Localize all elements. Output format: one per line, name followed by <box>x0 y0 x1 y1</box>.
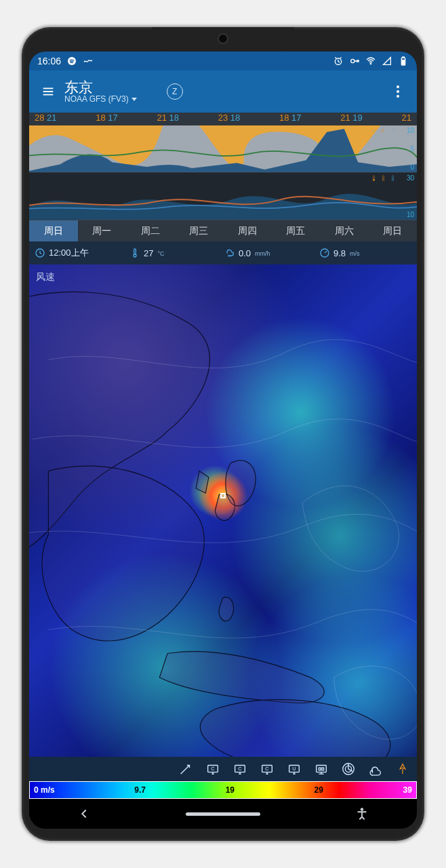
thermometer-icon <box>129 248 140 258</box>
svg-rect-13 <box>392 176 394 180</box>
color-scale: 0 m/s 9.7 19 29 39 <box>29 781 417 799</box>
tab-day-0[interactable]: 周日 <box>29 220 78 241</box>
wind-streamlines <box>29 264 417 757</box>
svg-rect-27 <box>317 766 327 772</box>
svg-text:C: C <box>238 766 242 772</box>
svg-rect-5 <box>403 57 405 58</box>
location-selector[interactable]: 东京 NOAA GFS (FV3) <box>64 79 137 104</box>
scale-label-2: 19 <box>226 785 235 795</box>
chevron-down-icon <box>131 98 137 101</box>
y1-axis: 10 5 0 <box>407 127 414 171</box>
tab-day-2[interactable]: 周二 <box>126 220 175 241</box>
status-bar: 16:06 <box>29 52 417 71</box>
menu-button[interactable] <box>35 78 62 105</box>
svg-rect-11 <box>383 176 384 180</box>
battery-icon <box>398 56 409 66</box>
metric-precip[interactable]: 0.0 mm/h <box>224 248 317 258</box>
model-dropdown[interactable]: NOAA GFS (FV3) <box>64 95 137 104</box>
metric-temp[interactable]: 27 °C <box>129 248 222 258</box>
map-overlay-label: 风速 <box>36 271 55 283</box>
layer-toolbar: C C C U <box>29 757 417 781</box>
svg-rect-9 <box>373 176 375 180</box>
svg-text:U: U <box>292 766 296 772</box>
tab-day-1[interactable]: 周一 <box>78 220 127 241</box>
y2-axis: 30 10 <box>407 174 414 218</box>
android-nav-bar <box>29 799 417 829</box>
temp-row: 28 21 18 17 21 18 23 18 18 17 21 19 21 <box>29 113 417 125</box>
location-name: 东京 <box>64 79 137 95</box>
weather-map[interactable]: 风速 <box>29 264 417 757</box>
svg-rect-16 <box>134 249 136 254</box>
radar-icon[interactable] <box>341 762 356 776</box>
screen-c2-icon[interactable]: C <box>232 762 247 776</box>
vpn-key-icon <box>349 56 360 66</box>
screen-multi-icon[interactable] <box>314 762 329 776</box>
screen-c1-icon[interactable]: C <box>205 762 220 776</box>
svg-point-30 <box>361 808 363 811</box>
svg-point-2 <box>351 59 354 62</box>
scale-label-4: 39 <box>403 785 412 795</box>
screen-u-icon[interactable]: U <box>287 762 302 776</box>
scale-label-3: 29 <box>315 785 323 795</box>
tab-day-5[interactable]: 周五 <box>272 220 321 241</box>
tab-day-6[interactable]: 周六 <box>320 220 369 241</box>
scale-label-1: 9.7 <box>134 785 146 795</box>
wave-icon <box>83 56 94 66</box>
clock-icon <box>35 248 45 258</box>
tab-day-7[interactable]: 周日 <box>369 220 418 241</box>
home-button[interactable] <box>186 812 260 816</box>
scale-label-0: 0 m/s <box>34 785 55 795</box>
screen: 16:06 东京 NOAA GFS (FV3) <box>29 52 417 829</box>
app-bar: 东京 NOAA GFS (FV3) Z <box>29 71 417 113</box>
svg-text:C: C <box>265 766 269 772</box>
svg-point-10 <box>373 179 375 181</box>
device-notch <box>152 27 294 50</box>
location-marker[interactable] <box>220 493 226 498</box>
svg-rect-6 <box>402 60 405 64</box>
gauge-icon <box>319 248 330 258</box>
tab-day-3[interactable]: 周三 <box>175 220 224 241</box>
metric-wind[interactable]: 9.8 m/s <box>319 248 411 258</box>
accessibility-button[interactable] <box>354 806 369 821</box>
screen-c3-icon[interactable]: C <box>260 762 275 776</box>
alarm-icon <box>333 56 344 66</box>
svg-point-3 <box>370 63 371 64</box>
front-camera <box>218 33 228 44</box>
svg-point-17 <box>134 254 136 257</box>
day-tabs: 周日 周一 周二 周三 周四 周五 周六 周日 <box>29 220 417 241</box>
tab-day-4[interactable]: 周四 <box>223 220 272 241</box>
svg-text:C: C <box>211 766 215 772</box>
cloud-icon[interactable] <box>368 762 383 776</box>
wind-precip-chart: 10 5 0 <box>29 125 417 172</box>
signal-icon <box>382 56 392 66</box>
metrics-bar: 12:00上午 27 °C 0.0 mm/h 9.8 m/s <box>29 241 417 264</box>
temp-chart: 30 10 <box>29 172 417 220</box>
more-button[interactable] <box>384 78 411 105</box>
back-button[interactable] <box>77 806 92 821</box>
phone-frame: 16:06 东京 NOAA GFS (FV3) <box>22 27 424 841</box>
draw-icon[interactable] <box>178 762 193 776</box>
forecast-strip[interactable]: 28 21 18 17 21 18 23 18 18 17 21 19 21 <box>29 113 417 220</box>
status-time: 16:06 <box>37 56 61 66</box>
rain-icon <box>224 248 235 258</box>
wifi-icon <box>365 56 376 66</box>
z-button[interactable]: Z <box>167 83 183 100</box>
tri-icon[interactable] <box>395 762 410 776</box>
metric-time[interactable]: 12:00上午 <box>35 247 127 259</box>
spotify-icon <box>66 56 77 66</box>
